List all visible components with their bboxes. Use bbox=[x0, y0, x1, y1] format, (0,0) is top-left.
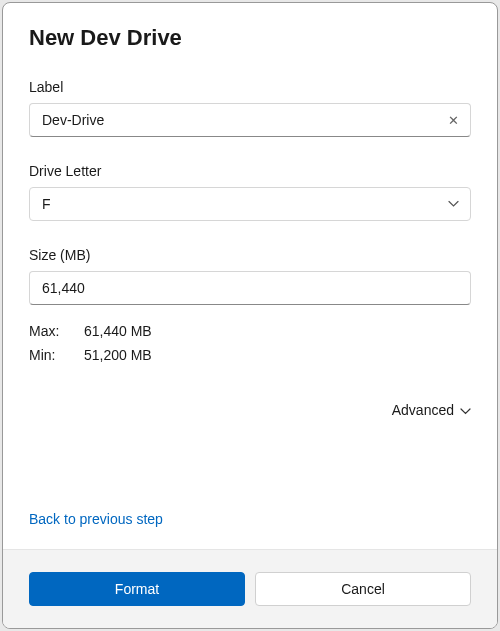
advanced-label: Advanced bbox=[392, 402, 454, 418]
advanced-toggle[interactable]: Advanced bbox=[29, 401, 471, 419]
label-input[interactable] bbox=[29, 103, 471, 137]
max-label: Max: bbox=[29, 323, 84, 339]
chevron-down-icon bbox=[460, 401, 471, 419]
size-input[interactable] bbox=[29, 271, 471, 305]
dialog-footer: Format Cancel bbox=[3, 549, 497, 628]
clear-label-button[interactable]: ✕ bbox=[443, 110, 463, 130]
new-dev-drive-dialog: New Dev Drive Label ✕ Drive Letter F Siz… bbox=[2, 2, 498, 629]
dialog-title: New Dev Drive bbox=[29, 25, 471, 51]
dialog-content: New Dev Drive Label ✕ Drive Letter F Siz… bbox=[3, 3, 497, 549]
size-field-label: Size (MB) bbox=[29, 247, 471, 263]
min-value: 51,200 MB bbox=[84, 347, 152, 363]
min-label: Min: bbox=[29, 347, 84, 363]
close-icon: ✕ bbox=[448, 113, 459, 128]
label-field-label: Label bbox=[29, 79, 471, 95]
size-input-wrap bbox=[29, 271, 471, 305]
drive-letter-field-label: Drive Letter bbox=[29, 163, 471, 179]
drive-letter-select-wrap: F bbox=[29, 187, 471, 221]
back-to-previous-link[interactable]: Back to previous step bbox=[29, 511, 471, 527]
cancel-button[interactable]: Cancel bbox=[255, 572, 471, 606]
format-button[interactable]: Format bbox=[29, 572, 245, 606]
max-row: Max: 61,440 MB bbox=[29, 323, 471, 339]
max-value: 61,440 MB bbox=[84, 323, 152, 339]
label-input-wrap: ✕ bbox=[29, 103, 471, 137]
drive-letter-select[interactable]: F bbox=[29, 187, 471, 221]
min-row: Min: 51,200 MB bbox=[29, 347, 471, 363]
